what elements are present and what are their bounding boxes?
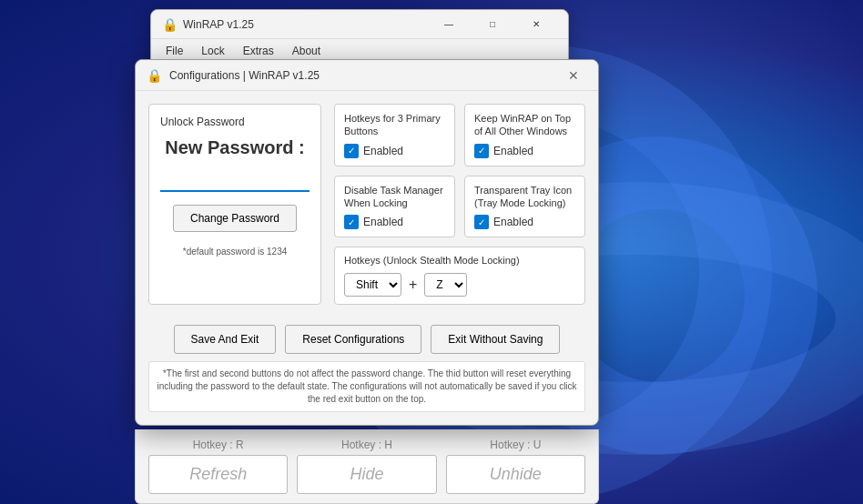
hotkey-hide-box: Hotkey : H Hide	[297, 438, 436, 494]
close-main-button[interactable]: ✕	[515, 10, 557, 39]
transparent-tray-checkbox[interactable]: ✓	[474, 215, 489, 229]
hotkeys-primary-setting: Hotkeys for 3 Primary Buttons ✓ Enabled	[334, 104, 455, 166]
transparent-tray-checkbox-row: ✓ Enabled	[474, 215, 575, 229]
hotkey-refresh-box: Hotkey : R Refresh	[148, 438, 288, 494]
menu-file[interactable]: File	[158, 41, 190, 61]
disable-task-manager-checkbox-row: ✓ Enabled	[344, 215, 445, 229]
footer-note: *The first and second buttons do not aff…	[148, 361, 585, 412]
hotkey-unhide-title: Hotkey : U	[490, 438, 541, 451]
default-password-note: *default password is 1234	[183, 247, 288, 257]
transparent-tray-label: Transparent Tray Icon (Tray Mode Locking…	[474, 184, 575, 210]
main-window-icon: 🔒	[162, 17, 178, 32]
password-input[interactable]	[160, 169, 310, 192]
maximize-button[interactable]: □	[472, 10, 513, 39]
keep-on-top-setting: Keep WinRAP on Top of All Other Windows …	[464, 104, 585, 166]
unlock-password-title: Unlock Password	[160, 116, 245, 128]
save-exit-button[interactable]: Save And Exit	[174, 325, 277, 354]
unlock-password-panel: Unlock Password New Password : Change Pa…	[148, 104, 321, 305]
hotkeys-stealth-label: Hotkeys (Unlock Stealth Mode Locking)	[344, 255, 575, 266]
settings-panel: Hotkeys for 3 Primary Buttons ✓ Enabled …	[334, 104, 585, 305]
reset-configurations-button[interactable]: Reset Configurations	[285, 325, 421, 354]
menu-lock[interactable]: Lock	[194, 41, 231, 61]
menu-about[interactable]: About	[285, 41, 328, 61]
config-close-button[interactable]: ✕	[560, 62, 587, 89]
hotkeys-stealth-row: Shift Ctrl Alt + Z A B C	[344, 273, 575, 297]
footer-buttons: Save And Exit Reset Configurations Exit …	[148, 325, 585, 354]
hotkey-unhide-box: Hotkey : U Unhide	[446, 438, 585, 494]
disable-task-manager-setting: Disable Task Manager When Locking ✓ Enab…	[334, 176, 455, 238]
transparent-tray-setting: Transparent Tray Icon (Tray Mode Locking…	[464, 176, 585, 238]
keep-on-top-label: Keep WinRAP on Top of All Other Windows	[474, 112, 575, 138]
main-titlebar: 🔒 WinRAP v1.25 — □ ✕	[151, 10, 568, 39]
change-password-button[interactable]: Change Password	[173, 205, 297, 232]
hotkey-refresh-title: Hotkey : R	[193, 438, 244, 451]
keep-on-top-enabled-label: Enabled	[493, 145, 533, 157]
hotkeys-primary-enabled-label: Enabled	[363, 145, 403, 157]
keep-on-top-checkbox[interactable]: ✓	[474, 144, 489, 158]
menu-extras[interactable]: Extras	[236, 41, 281, 61]
minimize-button[interactable]: —	[428, 10, 470, 39]
config-footer: Save And Exit Reset Configurations Exit …	[136, 318, 598, 425]
bottom-hotkeys-bar: Hotkey : R Refresh Hotkey : H Hide Hotke…	[135, 429, 599, 504]
config-dialog: 🔒 Configurations | WinRAP v1.25 ✕ Unlock…	[135, 59, 599, 426]
unhide-button[interactable]: Unhide	[446, 455, 585, 494]
new-password-label: New Password :	[165, 137, 304, 158]
config-titlebar: 🔒 Configurations | WinRAP v1.25 ✕	[136, 60, 598, 91]
plus-sign: +	[409, 277, 417, 293]
hotkeys-primary-checkbox[interactable]: ✓	[344, 144, 359, 158]
disable-task-manager-checkbox[interactable]: ✓	[344, 215, 359, 229]
footer-note-text: *The first and second buttons do not aff…	[157, 368, 576, 404]
hotkeys-stealth-setting: Hotkeys (Unlock Stealth Mode Locking) Sh…	[334, 247, 585, 305]
exit-without-saving-button[interactable]: Exit Without Saving	[431, 325, 560, 354]
refresh-button[interactable]: Refresh	[148, 455, 288, 494]
config-body: Unlock Password New Password : Change Pa…	[136, 91, 598, 318]
main-window-title: WinRAP v1.25	[183, 18, 428, 31]
config-icon: 🔒	[147, 68, 162, 83]
hotkey-hide-title: Hotkey : H	[341, 438, 392, 451]
disable-task-manager-label: Disable Task Manager When Locking	[344, 184, 445, 210]
window-controls: — □ ✕	[428, 10, 557, 39]
hotkeys-primary-checkbox-row: ✓ Enabled	[344, 144, 445, 158]
transparent-tray-enabled-label: Enabled	[493, 216, 533, 228]
hide-button[interactable]: Hide	[297, 455, 436, 494]
hotkeys-primary-label: Hotkeys for 3 Primary Buttons	[344, 112, 445, 138]
disable-task-manager-enabled-label: Enabled	[363, 216, 403, 228]
keep-on-top-checkbox-row: ✓ Enabled	[474, 144, 575, 158]
config-title: Configurations | WinRAP v1.25	[169, 69, 560, 82]
hotkey-key1-select[interactable]: Shift Ctrl Alt	[344, 273, 401, 297]
hotkey-key2-select[interactable]: Z A B C	[424, 273, 467, 297]
settings-grid: Hotkeys for 3 Primary Buttons ✓ Enabled …	[334, 104, 585, 237]
